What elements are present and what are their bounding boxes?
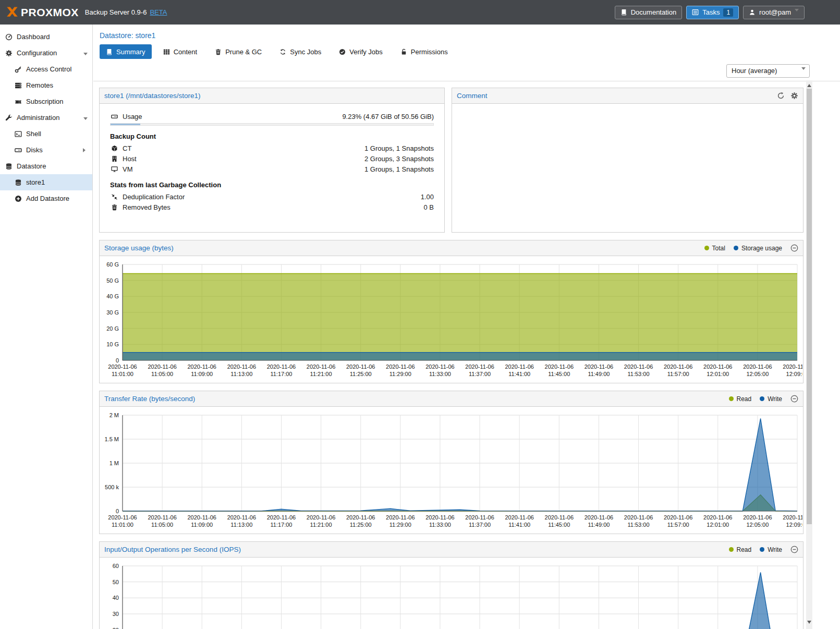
task-list-icon xyxy=(692,9,699,16)
trash-icon xyxy=(215,49,222,55)
chart-iops: 01020304050602020-11-0611:01:002020-11-0… xyxy=(100,563,802,629)
sidebar-item-shell[interactable]: Shell xyxy=(0,126,92,142)
vertical-scrollbar[interactable] xyxy=(806,80,812,629)
sidebar-item-subscription[interactable]: Subscription xyxy=(0,93,92,110)
sidebar-item-disks[interactable]: Disks xyxy=(0,142,92,158)
svg-text:2020-11-06: 2020-11-06 xyxy=(425,364,454,370)
ticket-icon xyxy=(14,98,22,105)
chart-title: Transfer Rate (bytes/second) xyxy=(104,395,195,403)
svg-text:2020-11-06: 2020-11-06 xyxy=(188,364,216,370)
building-icon xyxy=(110,155,118,162)
svg-text:10 G: 10 G xyxy=(106,341,119,347)
svg-text:2020-11-06: 2020-11-06 xyxy=(664,514,692,521)
sidebar-item-label: Remotes xyxy=(26,81,53,89)
stat-label: Host xyxy=(123,155,137,163)
sidebar-item-dashboard[interactable]: Dashboard xyxy=(0,29,92,45)
svg-text:30 G: 30 G xyxy=(106,309,119,316)
header-buttons: Documentation Tasks 1 root@pam xyxy=(615,6,805,19)
tab-label: Summary xyxy=(116,48,145,56)
reload-icon[interactable] xyxy=(777,92,785,100)
sidebar-item-label: store1 xyxy=(26,178,45,186)
svg-text:2020-11-06: 2020-11-06 xyxy=(545,514,574,521)
svg-text:2020-11-06: 2020-11-06 xyxy=(386,364,415,370)
collapse-icon[interactable] xyxy=(790,395,798,403)
svg-text:20 G: 20 G xyxy=(106,325,119,332)
cube-icon xyxy=(110,145,118,152)
collapse-icon[interactable] xyxy=(790,546,798,553)
sidebar-item-remotes[interactable]: Remotes xyxy=(0,77,92,93)
tab-permissions[interactable]: Permissions xyxy=(394,44,454,59)
legend-item-read[interactable]: Read xyxy=(729,546,752,553)
svg-text:11:33:00: 11:33:00 xyxy=(429,371,451,377)
usage-label: Usage xyxy=(123,113,142,120)
chart-transfer-rate: 0500 k1 M1.5 M2 M2020-11-0611:01:002020-… xyxy=(100,412,802,530)
legend-item-read[interactable]: Read xyxy=(729,395,752,403)
tasks-button[interactable]: Tasks 1 xyxy=(686,6,739,19)
stat-label: Deduplication Factor xyxy=(123,193,185,201)
svg-text:2020-11-06: 2020-11-06 xyxy=(307,364,335,370)
scrollbar-thumb[interactable] xyxy=(807,89,812,524)
gear-icon[interactable] xyxy=(790,92,798,100)
tab-label: Content xyxy=(174,48,198,56)
legend-item-write[interactable]: Write xyxy=(760,395,782,403)
sidebar-item-add-datastore[interactable]: Add Datastore xyxy=(0,190,92,207)
beta-link[interactable]: BETA xyxy=(150,8,167,16)
svg-text:2020-11-06: 2020-11-06 xyxy=(664,364,692,370)
sidebar-item-store1[interactable]: store1 xyxy=(0,174,92,190)
proxmox-logo: PROXMOX xyxy=(5,5,79,19)
tab-bar: SummaryContentPrune & GCSync JobsVerify … xyxy=(100,44,840,59)
legend-item-write[interactable]: Write xyxy=(760,546,782,553)
svg-text:11:09:00: 11:09:00 xyxy=(191,522,213,528)
chart-body: 010 G20 G30 G40 G50 G60 G2020-11-0611:01… xyxy=(100,256,803,383)
legend-item-storage-usage[interactable]: Storage usage xyxy=(734,245,782,252)
legend-label: Storage usage xyxy=(741,245,782,252)
sidebar-item-datastore[interactable]: Datastore xyxy=(0,158,92,174)
database-icon xyxy=(4,163,13,170)
sidebar-item-label: Dashboard xyxy=(17,33,50,41)
collapse-icon[interactable] xyxy=(790,244,798,252)
svg-text:11:57:00: 11:57:00 xyxy=(667,522,689,528)
user-menu-button[interactable]: root@pam xyxy=(743,6,805,19)
chart-panel-iops: Input/Output Operations per Second (IOPS… xyxy=(99,541,804,629)
documentation-button[interactable]: Documentation xyxy=(615,6,682,19)
time-range-select[interactable]: Hour (average) xyxy=(726,64,810,78)
time-range-value: Hour (average) xyxy=(732,67,798,75)
legend-item-total[interactable]: Total xyxy=(704,245,725,252)
scroll-up-icon[interactable] xyxy=(807,82,811,87)
svg-text:2020-11-06: 2020-11-06 xyxy=(346,364,375,370)
svg-text:2020-11-06: 2020-11-06 xyxy=(505,514,533,521)
sidebar-item-configuration[interactable]: Configuration xyxy=(0,45,92,61)
gear-icon xyxy=(4,50,13,57)
svg-text:11:05:00: 11:05:00 xyxy=(151,371,173,377)
sidebar-item-access-control[interactable]: Access Control xyxy=(0,61,92,77)
tab-content[interactable]: Content xyxy=(157,44,204,59)
stat-label: VM xyxy=(123,165,133,173)
scroll-down-icon[interactable] xyxy=(807,621,811,626)
tab-verify-jobs[interactable]: Verify Jobs xyxy=(333,44,389,59)
svg-text:11:41:00: 11:41:00 xyxy=(508,522,530,528)
sidebar-item-administration[interactable]: Administration xyxy=(0,110,92,126)
svg-text:11:53:00: 11:53:00 xyxy=(628,371,650,377)
stat-label: CT xyxy=(123,144,131,152)
main-content: Datastore: store1 SummaryContentPrune & … xyxy=(93,25,840,629)
svg-text:11:25:00: 11:25:00 xyxy=(350,371,372,377)
usage-progress-fill xyxy=(111,124,140,125)
svg-text:1 M: 1 M xyxy=(109,460,119,466)
svg-text:2020-11-06: 2020-11-06 xyxy=(585,514,613,521)
chart-panel-header: Transfer Rate (bytes/second)ReadWrite xyxy=(100,391,803,407)
svg-text:12:09:00: 12:09:00 xyxy=(786,371,802,377)
chart-panel-header: Input/Output Operations per Second (IOPS… xyxy=(100,542,803,558)
trash-icon xyxy=(110,204,118,211)
legend-dot-icon xyxy=(704,246,709,250)
svg-text:2020-11-06: 2020-11-06 xyxy=(108,514,137,521)
tab-label: Sync Jobs xyxy=(290,48,321,56)
tab-prune-gc[interactable]: Prune & GC xyxy=(209,44,268,59)
svg-text:11:37:00: 11:37:00 xyxy=(469,522,491,528)
tab-sync-jobs[interactable]: Sync Jobs xyxy=(273,44,327,59)
svg-text:2020-11-06: 2020-11-06 xyxy=(624,514,653,521)
svg-text:40: 40 xyxy=(113,595,119,601)
svg-text:11:17:00: 11:17:00 xyxy=(270,371,292,377)
svg-text:11:17:00: 11:17:00 xyxy=(270,522,292,528)
legend-dot-icon xyxy=(760,547,764,552)
tab-summary[interactable]: Summary xyxy=(100,44,152,59)
